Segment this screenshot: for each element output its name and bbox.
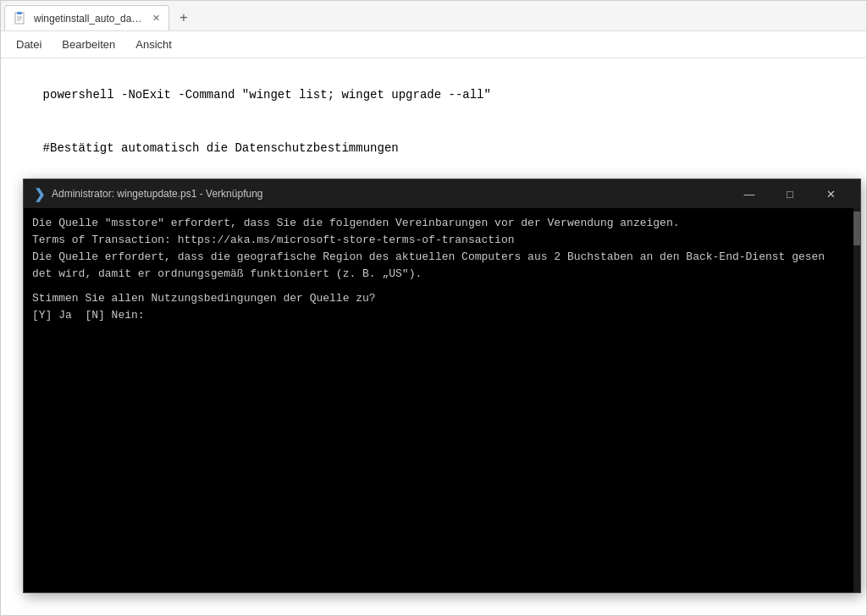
terminal-window: ❯ Administrator: wingetupdate.ps1 - Verk… xyxy=(23,179,861,593)
terminal-titlebar: ❯ Administrator: wingetupdate.ps1 - Verk… xyxy=(24,179,860,208)
terminal-line-1: Die Quelle "msstore" erfordert, dass Sie… xyxy=(32,215,852,232)
powershell-icon: ❯ xyxy=(34,186,45,202)
editor-line-2: #Bestätigt automatisch die Datenschutzbe… xyxy=(43,141,399,155)
terminal-maximize-button[interactable]: □ xyxy=(770,181,809,206)
menu-bar: Datei Bearbeiten Ansicht xyxy=(1,31,866,58)
menu-datei[interactable]: Datei xyxy=(8,35,50,54)
terminal-line-4: det wird, damit er ordnungsgemäß funktio… xyxy=(32,266,852,283)
terminal-body[interactable]: Die Quelle "msstore" erfordert, dass Sie… xyxy=(24,208,860,592)
svg-rect-1 xyxy=(17,12,22,14)
notepad-tab-icon xyxy=(14,12,27,25)
notepad-window: wingetinstall_auto_datenschutz_ja ✕ + Da… xyxy=(0,0,867,616)
terminal-line-6: Stimmen Sie allen Nutzungsbedingungen de… xyxy=(32,290,852,307)
editor-line-1: powershell -NoExit -Command "winget list… xyxy=(43,88,491,102)
new-tab-button[interactable]: + xyxy=(171,5,196,30)
terminal-scrollbar[interactable] xyxy=(853,208,860,592)
terminal-scrollbar-thumb xyxy=(853,212,860,245)
menu-ansicht[interactable]: Ansicht xyxy=(127,35,180,54)
terminal-line-7: [Y] Ja [N] Nein: xyxy=(32,307,852,324)
terminal-line-3: Die Quelle erfordert, dass die geografis… xyxy=(32,249,852,266)
menu-bearbeiten[interactable]: Bearbeiten xyxy=(53,35,124,54)
active-tab[interactable]: wingetinstall_auto_datenschutz_ja ✕ xyxy=(4,5,169,30)
tab-area: wingetinstall_auto_datenschutz_ja ✕ + xyxy=(1,1,866,30)
tab-close-button[interactable]: ✕ xyxy=(151,11,162,25)
tab-label: wingetinstall_auto_datenschutz_ja xyxy=(34,13,144,25)
terminal-controls: — □ ✕ xyxy=(730,181,850,206)
terminal-title: Administrator: wingetupdate.ps1 - Verknü… xyxy=(52,188,723,200)
terminal-close-button[interactable]: ✕ xyxy=(811,181,850,206)
terminal-line-2: Terms of Transaction: https://aka.ms/mic… xyxy=(32,232,852,249)
title-bar: wingetinstall_auto_datenschutz_ja ✕ + xyxy=(1,1,866,31)
terminal-minimize-button[interactable]: — xyxy=(730,181,769,206)
